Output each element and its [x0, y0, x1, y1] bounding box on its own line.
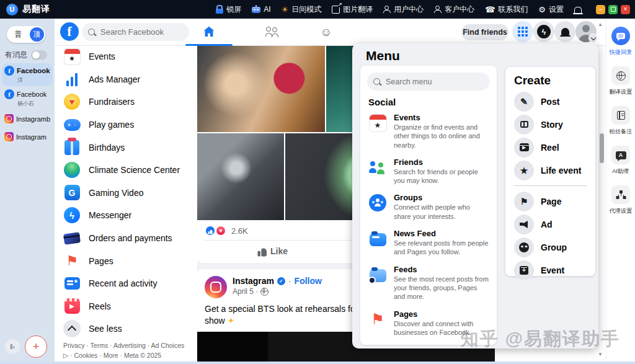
create-post[interactable]: ✎Post — [505, 90, 595, 113]
account-item-instagram-2[interactable]: Instagram — [2, 130, 53, 143]
scroll-down-arrow[interactable]: ▼ — [598, 352, 603, 357]
tab-friends[interactable] — [251, 19, 295, 45]
notebook-icon — [617, 111, 625, 120]
menu-item-friends[interactable]: FriendsSearch for friends or people you … — [360, 153, 497, 189]
menu-item-feeds[interactable]: FeedsSee the most recent posts from your… — [360, 260, 497, 305]
follow-button[interactable]: Follow — [295, 276, 322, 286]
create-title: Create — [505, 67, 595, 90]
create-life-event[interactable]: ★Life event — [505, 159, 595, 182]
instagram-avatar[interactable] — [205, 276, 227, 298]
settings-button[interactable]: ⚙设置 — [538, 4, 564, 15]
menu-list-card: Social ★ EventsOrganize or find events a… — [360, 66, 497, 345]
translate-settings-button[interactable]: 翻译设置 — [608, 66, 633, 96]
sidebar-item-orders-payments[interactable]: Orders and payments — [55, 227, 197, 250]
messenger-button[interactable]: ϟ — [533, 21, 554, 42]
sidebar-item-climate-science[interactable]: Climate Science Center — [55, 159, 197, 182]
search-input[interactable] — [99, 27, 176, 37]
contact-us-button[interactable]: ☎联系我们 — [485, 4, 528, 15]
titlebar-actions: 锁屏 AI ☀日间模式 ↗图片翻译 用户中心 客户中心 ☎联系我们 ⚙设置 – … — [216, 4, 635, 15]
facebook-footer-links[interactable]: Privacy · Terms · Advertising · Ad Choic… — [63, 340, 193, 361]
fan-notes-button[interactable]: 粉丝备注 — [608, 106, 633, 136]
like-button[interactable]: Like — [201, 242, 346, 260]
user-center-button[interactable]: 用户中心 — [383, 4, 424, 15]
sidebar-item-reels[interactable]: ▶Reels — [55, 295, 197, 318]
ai-assistant-button[interactable]: A AI助理 — [611, 146, 630, 175]
apps-menu-button[interactable] — [512, 21, 533, 42]
has-message-toggle[interactable] — [31, 50, 47, 60]
minimize-button[interactable]: – — [596, 5, 605, 14]
lock-screen-button[interactable]: 锁屏 — [216, 4, 241, 15]
phone-icon: ☎ — [485, 6, 495, 14]
account-item-facebook-2[interactable]: fFacebook 杨小石 — [2, 87, 53, 110]
find-friends-button[interactable]: Find friends — [461, 24, 508, 40]
facebook-search[interactable] — [82, 23, 189, 41]
sidebar-item-gaming-video[interactable]: GGaming Video — [55, 182, 197, 205]
ads-manager-icon — [66, 73, 78, 86]
birthdays-icon — [64, 140, 79, 155]
create-page[interactable]: ⚑Page — [505, 190, 595, 213]
globe-icon — [616, 71, 626, 81]
post-photo-silver-bracelet[interactable] — [197, 133, 284, 220]
sidebar-item-pages[interactable]: ⚑Pages — [55, 249, 197, 272]
groups-icon — [369, 194, 386, 211]
has-message-filter: 有消息 — [5, 50, 47, 60]
maximize-icon — [611, 7, 616, 12]
profile-menu-button[interactable] — [575, 21, 597, 42]
menu-item-news-feed[interactable]: News FeedSee relevant posts from people … — [360, 224, 497, 260]
scrollbar-handle[interactable] — [600, 133, 604, 163]
maximize-button[interactable] — [608, 5, 618, 14]
create-story[interactable]: Story — [505, 113, 595, 136]
sidebar-item-recent-ad-activity[interactable]: Recent ad activity — [55, 272, 197, 295]
mode-normal[interactable]: 普 — [7, 29, 30, 40]
menu-search-input[interactable] — [384, 77, 474, 87]
facebook-header: f ☺ Find friends ϟ — [55, 19, 606, 46]
add-account-button[interactable]: + — [25, 335, 47, 358]
tab-home[interactable] — [185, 19, 233, 45]
tab-groups[interactable]: ☺ — [304, 19, 349, 45]
post-photo-bracelets[interactable] — [197, 45, 325, 132]
notifications-button[interactable] — [554, 21, 575, 42]
close-button[interactable]: × — [621, 5, 630, 14]
pages-flag-icon: ⚑ — [66, 254, 78, 268]
sidebar-item-birthdays[interactable]: Birthdays — [55, 136, 197, 159]
sidebar-item-events[interactable]: ★Events — [55, 45, 197, 68]
group-icon — [519, 242, 529, 252]
sun-icon: ☀ — [281, 6, 288, 14]
day-mode-button[interactable]: ☀日间模式 — [281, 4, 321, 15]
collapse-panel-button[interactable]: ‖› — [5, 339, 20, 354]
notification-bell-button[interactable] — [574, 6, 582, 13]
image-translate-button[interactable]: ↗图片翻译 — [332, 4, 373, 15]
instagram-icon — [4, 132, 14, 141]
menu-item-events[interactable]: ★ EventsOrganize or find events and othe… — [360, 109, 497, 153]
account-item-facebook-1[interactable]: fFacebook 洋 — [2, 63, 53, 86]
facebook-logo[interactable]: f — [60, 22, 79, 41]
sidebar-item-ads-manager[interactable]: Ads Manager — [55, 68, 197, 91]
account-item-instagram-1[interactable]: Instagramb... — [2, 112, 53, 125]
sidebar-item-messenger[interactable]: ϟMessenger — [55, 204, 197, 227]
has-message-label: 有消息 — [5, 50, 27, 60]
star-icon: ★ — [520, 166, 528, 175]
customer-center-button[interactable]: 客户中心 — [434, 4, 474, 15]
friends-icon — [266, 27, 280, 37]
sidebar-item-fundraisers[interactable]: ♥Fundraisers — [55, 91, 197, 113]
create-event[interactable]: +Event — [505, 259, 595, 282]
create-ad[interactable]: Ad — [505, 213, 595, 236]
reaction-count[interactable]: 2.6K — [231, 226, 248, 236]
menu-search[interactable] — [367, 73, 490, 91]
divider — [514, 185, 587, 186]
mode-toggle[interactable]: 普 顶 — [7, 26, 45, 43]
menu-item-groups[interactable]: GroupsConnect with people who share your… — [360, 189, 497, 224]
scroll-up-arrow[interactable]: ▲ — [598, 22, 603, 27]
create-group[interactable]: Group — [505, 236, 595, 259]
ai-button[interactable]: AI — [252, 5, 270, 14]
sidebar-item-play-games[interactable]: + ·Play games — [55, 113, 197, 136]
post-author[interactable]: Instagram — [233, 276, 274, 286]
quick-reply-button[interactable]: 快捷回复 — [608, 27, 633, 56]
friends-icon — [369, 161, 386, 176]
mode-top[interactable]: 顶 — [30, 27, 44, 42]
proxy-settings-button[interactable]: 代理设置 — [608, 185, 633, 215]
create-reel[interactable]: ▶Reel — [505, 136, 595, 159]
love-reaction-icon: ♥ — [215, 225, 226, 236]
sidebar-item-see-less[interactable]: See less — [55, 317, 197, 340]
gear-icon: ⚙ — [538, 6, 546, 14]
